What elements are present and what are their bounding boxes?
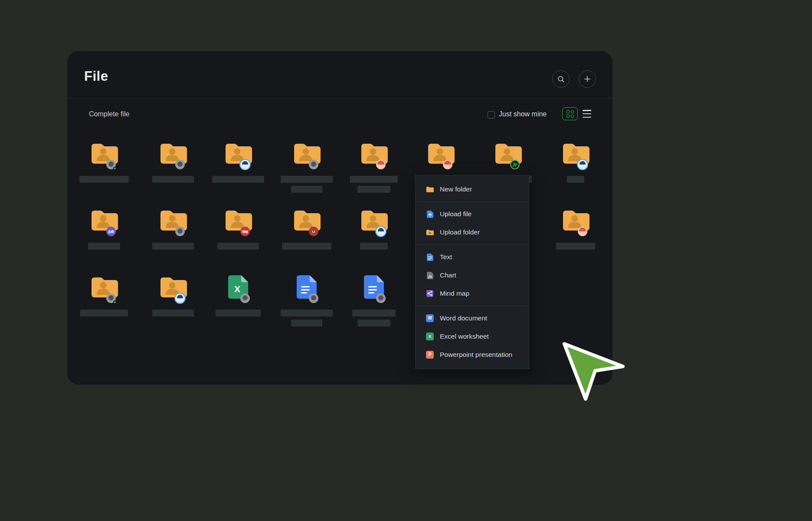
file-name-placeholder [350,176,398,183]
shared-folder-icon [562,142,589,166]
just-show-mine-checkbox[interactable] [488,111,495,119]
member-avatar [309,293,318,303]
file-tile[interactable] [147,275,199,317]
excel-file-icon: X [224,275,252,300]
file-tile[interactable] [147,142,199,183]
file-name-placeholder [360,243,388,250]
word-icon: W [426,314,434,322]
menu-item-excel-worksheet[interactable]: xExcel worksheet [416,327,529,346]
header-divider [67,98,612,99]
menu-item-word-document[interactable]: WWord document [416,309,529,327]
grid-icon [566,110,570,113]
file-tile[interactable] [348,275,400,326]
context-menu: New folderUpload fileUpload folderTextCh… [415,175,529,369]
menu-item-new-folder[interactable]: New folder [416,180,529,198]
file-name-placeholder [281,176,333,183]
shared-folder-icon [562,208,589,233]
member-avatar [376,160,386,169]
folder-icon [426,185,434,193]
file-tile[interactable]: 志程 [78,208,130,250]
shared-folder-icon: 很短 [224,208,252,233]
cursor-arrow [562,341,627,404]
menu-group: TextChartMind map [416,244,529,306]
file-tile[interactable] [550,142,602,183]
chart-icon [426,271,434,279]
menu-item-upload-folder[interactable]: Upload folder [416,223,529,241]
menu-item-chart[interactable]: Chart [416,266,529,284]
member-avatar [106,293,116,303]
file-name-placeholder [357,186,390,193]
member-avatar [578,160,587,169]
member-avatar [578,227,587,236]
mindmap-icon [426,290,434,297]
member-avatar [175,160,185,169]
file-tile[interactable] [348,142,400,193]
file-tile[interactable] [281,275,333,326]
shared-folder-icon [90,275,118,300]
member-avatar [240,293,250,303]
shared-folder-icon [360,142,388,166]
file-name-placeholder [352,310,396,317]
list-icon [583,110,591,111]
file-name-placeholder [291,320,322,326]
member-avatar: 志程 [106,227,116,236]
section-label: Complete file [89,110,129,118]
member-avatar [376,227,386,236]
search-icon [557,75,565,83]
menu-item-mind-map[interactable]: Mind map [416,284,529,303]
shared-folder-icon [159,275,187,300]
file-name-placeholder [357,320,390,326]
shared-folder-icon [494,142,522,166]
file-tile[interactable]: LI [281,208,333,250]
member-avatar [376,293,386,303]
member-avatar [175,227,185,236]
menu-item-label: New folder [440,185,472,193]
shared-member-icon [510,160,520,169]
menu-group: New folder [416,177,529,201]
member-avatar [175,293,185,303]
member-avatar: 很短 [240,227,250,236]
file-tile[interactable] [348,208,400,250]
document-file-icon [360,275,388,300]
text-icon [426,253,434,261]
file-name-placeholder [567,176,584,183]
upload-file-icon [426,210,434,218]
member-avatar [443,160,452,169]
file-name-placeholder [79,176,129,183]
shared-folder-icon [293,142,321,166]
ppt-icon: P [426,351,434,359]
file-name-placeholder [152,243,194,250]
file-name-placeholder [216,310,261,317]
menu-item-label: Mind map [440,290,469,297]
file-name-placeholder [80,310,128,317]
file-tile[interactable]: X [212,275,264,317]
menu-item-label: Upload file [440,210,471,218]
add-button[interactable] [579,70,596,88]
shared-folder-icon [90,142,118,166]
menu-item-label: Text [440,253,452,261]
grid-view-button[interactable] [562,107,578,120]
page-title: File [84,69,108,84]
file-tile[interactable] [78,275,130,317]
menu-item-label: Excel worksheet [440,333,489,340]
shared-folder-icon [159,208,187,233]
shared-folder-icon [427,142,455,166]
plus-icon [583,75,591,83]
upload-folder-icon [426,228,434,236]
menu-item-text[interactable]: Text [416,248,529,266]
menu-item-label: Chart [440,271,456,279]
menu-item-upload-file[interactable]: Upload file [416,205,529,223]
file-tile[interactable]: 很短 [212,208,264,250]
file-tile[interactable] [550,208,602,250]
list-view-button[interactable] [583,110,591,118]
search-button[interactable] [552,70,570,88]
file-tile[interactable] [281,142,333,193]
menu-item-powerpoint-presentation[interactable]: PPowerpoint presentation [416,346,529,364]
shared-folder-icon [159,142,187,166]
file-tile[interactable] [147,208,199,250]
just-show-mine-label[interactable]: Just show mine [499,110,547,118]
file-tile[interactable] [212,142,264,183]
shared-folder-icon: 志程 [90,208,118,233]
file-name-placeholder [152,310,194,317]
file-tile[interactable] [78,142,130,183]
